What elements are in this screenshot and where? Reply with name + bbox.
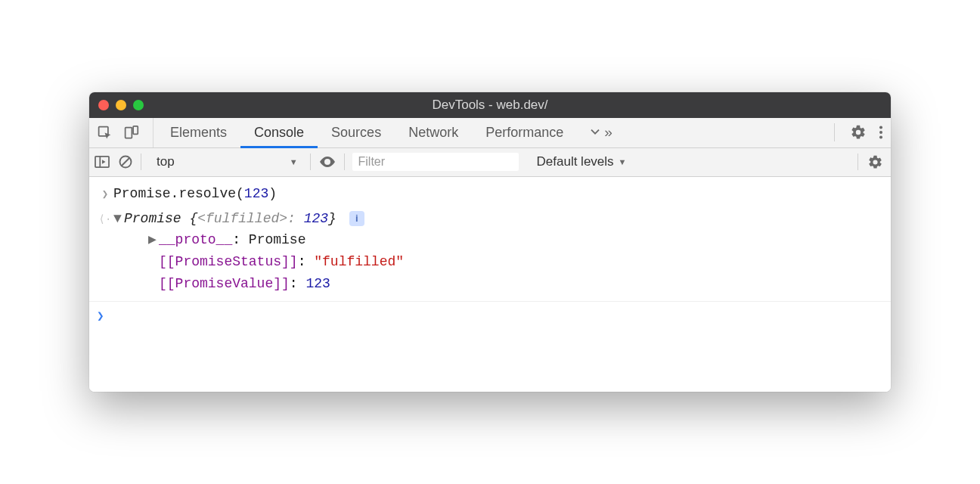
object-class: Promise [124,211,181,226]
svg-point-5 [879,136,882,139]
traffic-lights [98,100,144,110]
expr-open: ( [236,186,244,201]
divider [310,154,311,170]
console-output-row: ⟨· ▼Promise {<fulfilled>: 123} i ▶__prot… [89,206,891,296]
prop-value: 123 [305,276,330,291]
tab-performance[interactable]: Performance [472,118,577,147]
more-tabs-button[interactable]: » [577,124,623,141]
titlebar[interactable]: DevTools - web.dev/ [89,92,891,118]
object-property[interactable]: [[PromiseValue]]: 123 [113,273,882,295]
dropdown-triangle-icon: ▼ [290,157,298,166]
prop-key: [[PromiseStatus]] [159,254,298,269]
toolbar-left-icons [97,118,154,147]
window-title: DevTools - web.dev/ [98,98,882,113]
kebab-menu-icon[interactable] [879,124,883,141]
settings-gear-icon[interactable] [850,124,867,141]
levels-label: Default levels [537,154,614,169]
expr-fn: Promise.resolve [113,186,236,201]
log-levels-selector[interactable]: Default levels ▼ [537,154,627,169]
svg-rect-1 [126,127,132,138]
console-input-row[interactable]: ❯ Promise.resolve(123) [89,182,891,206]
close-window-button[interactable] [98,100,109,110]
device-toolbar-icon[interactable] [123,125,139,141]
console-prompt-row[interactable]: ❯ [89,301,891,332]
prop-sep: : [232,232,249,247]
tab-sources[interactable]: Sources [318,118,395,147]
promise-state: fulfilled [206,211,279,226]
prop-key: __proto__ [159,232,232,247]
object-property[interactable]: [[PromiseStatus]]: "fulfilled" [113,251,882,273]
disclosure-triangle-icon[interactable]: ▼ [113,208,122,230]
object-properties: ▶__proto__: Promise [[PromiseStatus]]: "… [113,229,882,294]
toolbar-right [822,123,883,141]
inspect-element-icon[interactable] [97,125,113,141]
entered-expression: Promise.resolve(123) [113,183,882,205]
minimize-window-button[interactable] [116,100,126,110]
main-toolbar: Elements Console Sources Network Perform… [89,118,891,148]
expr-arg: 123 [244,186,268,201]
object-summary[interactable]: ▼Promise {<fulfilled>: 123} i [113,208,882,230]
divider [141,154,141,170]
prop-sep: : [290,276,306,291]
state-open: < [197,211,206,226]
divider [834,123,835,141]
svg-line-9 [122,158,129,166]
context-label: top [157,154,175,169]
console-settings-gear-icon[interactable] [867,154,883,170]
state-close: > [279,211,287,226]
tab-network[interactable]: Network [395,118,472,147]
devtools-window: DevTools - web.dev/ Elements Console Sou… [89,92,891,392]
brace-close: } [328,211,336,226]
console-subtoolbar: top ▼ Default levels ▼ [89,148,891,177]
divider [858,154,858,170]
disclosure-triangle-icon[interactable]: ▶ [148,229,157,251]
svg-point-3 [879,126,882,129]
object-property[interactable]: ▶__proto__: Promise [113,229,882,251]
brace-open: { [181,211,198,226]
prop-sep: : [298,254,315,269]
sidebar-toggle-icon[interactable] [94,155,110,169]
prompt-caret-icon: ❯ [97,306,110,327]
prop-value: Promise [249,232,306,247]
svg-point-4 [879,131,882,134]
tabs: Elements Console Sources Network Perform… [157,118,623,147]
state-colon: : [287,211,304,226]
console-body: ❯ Promise.resolve(123) ⟨· ▼Promise {<ful… [89,177,891,392]
tab-elements[interactable]: Elements [157,118,240,147]
prop-key: [[PromiseValue]] [159,276,290,291]
clear-console-icon[interactable] [118,154,133,169]
context-selector[interactable]: top ▼ [149,154,302,169]
expr-close: ) [268,186,277,201]
promise-value: 123 [304,211,328,226]
maximize-window-button[interactable] [133,100,144,110]
dropdown-triangle-icon: ▼ [619,157,627,166]
subtoolbar-right [858,154,883,170]
output-caret-icon: ⟨· [99,211,112,228]
prop-value: "fulfilled" [314,254,404,269]
live-expression-eye-icon[interactable] [318,155,336,169]
divider [344,154,345,170]
filter-input[interactable] [352,153,519,171]
input-caret-icon: ❯ [102,186,108,203]
tab-console[interactable]: Console [240,118,318,147]
svg-rect-2 [133,126,138,134]
info-badge-icon[interactable]: i [349,211,364,226]
console-input[interactable] [110,306,882,327]
